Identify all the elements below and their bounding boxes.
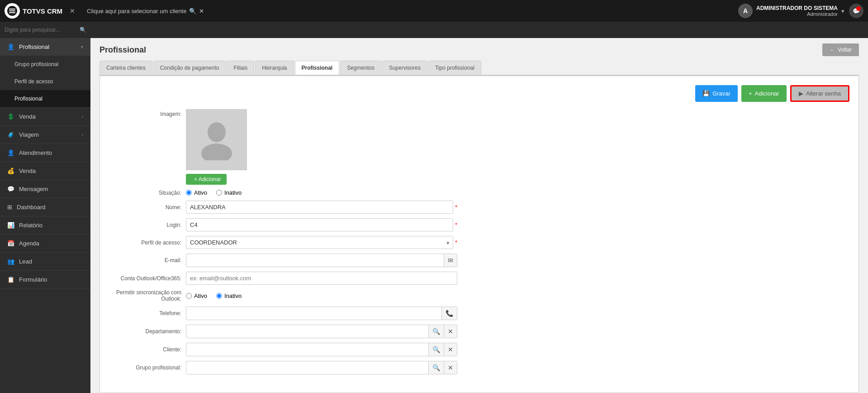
- search-bar: 🔍: [0, 22, 868, 38]
- search-wrap[interactable]: 🔍: [5, 27, 86, 33]
- departamento-field: 🔍 ✕: [186, 325, 457, 338]
- login-row: Login: *: [109, 218, 849, 231]
- client-selector[interactable]: Clique aqui para selecionar um cliente 🔍…: [87, 8, 204, 14]
- email-icon-btn[interactable]: ✉: [444, 254, 457, 267]
- sidebar-section-formulario: 📋 Formulário: [0, 271, 90, 289]
- sincronizacao-inativo-input[interactable]: [216, 293, 222, 299]
- grupo-profissional-clear-btn[interactable]: ✕: [444, 361, 457, 374]
- situacao-ativo-input[interactable]: [186, 190, 192, 196]
- departamento-search-btn[interactable]: 🔍: [428, 325, 444, 338]
- main-layout: 👤 Profissional ▾ Grupo profissional Perf…: [0, 38, 868, 393]
- sidebar-item-lead[interactable]: 👥 Lead: [0, 253, 90, 270]
- adicionar-label: Adicionar: [754, 90, 779, 97]
- sidebar-item-profissional-sub[interactable]: Profissional: [0, 90, 90, 107]
- gravar-button[interactable]: 💾 Gravar: [695, 85, 738, 102]
- user-name: ADMINISTRADOR DO SISTEMA: [756, 5, 838, 11]
- email-field: ✉: [186, 254, 457, 267]
- email-row: E-mail: ✉: [109, 254, 849, 267]
- search-input[interactable]: [5, 27, 77, 33]
- tab-tipo-profissional[interactable]: Tipo profissional: [428, 61, 481, 75]
- add-image-button[interactable]: + Adicionar: [186, 174, 227, 185]
- sidebar-item-label: Venda: [19, 113, 77, 120]
- svg-point-2: [201, 144, 232, 160]
- nome-input[interactable]: [186, 201, 453, 214]
- notification-icon[interactable]: 💬: [849, 4, 863, 18]
- sincronizacao-inativo-radio[interactable]: Inativo: [216, 292, 242, 299]
- content-area: Profissional ← Voltar Carteira clientes …: [90, 38, 868, 393]
- tab-condicao-label: Condição de pagamento: [160, 65, 219, 71]
- tab-filiais[interactable]: Filiais: [227, 61, 254, 75]
- conta-label: Conta Outlook/Office365:: [109, 275, 181, 282]
- sidebar-item-mensagem[interactable]: 💬 Mensagem: [0, 180, 90, 198]
- conta-row: Conta Outlook/Office365:: [109, 272, 849, 285]
- departamento-input[interactable]: [186, 326, 428, 338]
- cliente-row: Cliente: 🔍 ✕: [109, 343, 849, 356]
- close-tab-button[interactable]: ✕: [67, 6, 78, 15]
- user-menu[interactable]: A ADMINISTRADOR DO SISTEMA Administrador…: [738, 4, 844, 18]
- search-icon: 🔍: [80, 27, 86, 33]
- sidebar-item-perfil-acesso[interactable]: Perfil de acesso: [0, 73, 90, 90]
- play-icon: ▶: [799, 90, 803, 97]
- departamento-clear-btn[interactable]: ✕: [444, 325, 457, 338]
- telefone-field: 📞: [186, 307, 457, 320]
- situacao-inativo-radio[interactable]: Inativo: [216, 189, 242, 196]
- sidebar-section-dashboard: ⊞ Dashboard: [0, 198, 90, 216]
- situacao-inativo-label: Inativo: [224, 189, 242, 196]
- tab-supervisores[interactable]: Supervisores: [382, 61, 427, 75]
- login-input[interactable]: [186, 218, 453, 231]
- avatar: A: [738, 4, 753, 18]
- email-input[interactable]: [186, 254, 444, 267]
- sidebar-item-formulario[interactable]: 📋 Formulário: [0, 271, 90, 288]
- back-button[interactable]: ← Voltar: [822, 43, 859, 56]
- sidebar-item-venda[interactable]: 💲 Venda ›: [0, 108, 90, 125]
- tab-hierarquia[interactable]: Hierarquia: [255, 61, 294, 75]
- cliente-clear-btn[interactable]: ✕: [444, 343, 457, 356]
- sincronizacao-ativo-input[interactable]: [186, 293, 192, 299]
- chevron-right-icon: ›: [82, 132, 83, 137]
- sidebar-item-agenda[interactable]: 📅 Agenda: [0, 235, 90, 252]
- back-label: Voltar: [838, 47, 852, 53]
- cliente-search-btn[interactable]: 🔍: [428, 343, 444, 356]
- alterar-senha-button[interactable]: ▶ Alterar senha: [790, 85, 849, 102]
- conta-input[interactable]: [186, 272, 457, 285]
- login-field: *: [186, 218, 457, 231]
- sidebar-item-relatorio[interactable]: 📊 Relatório: [0, 216, 90, 234]
- sidebar-section-venda: 💲 Venda ›: [0, 108, 90, 126]
- cliente-input[interactable]: [186, 344, 428, 356]
- telefone-input[interactable]: [186, 307, 441, 320]
- chevron-down-icon: ▾: [841, 8, 844, 14]
- sidebar-item-profissional[interactable]: 👤 Profissional ▾: [0, 38, 90, 56]
- phone-icon-btn[interactable]: 📞: [441, 307, 457, 320]
- sincronizacao-row: Permitir sincronização com Outlook: Ativ…: [109, 289, 849, 302]
- tabs-row: Carteira clientes Condição de pagamento …: [90, 56, 868, 75]
- tab-carteira[interactable]: Carteira clientes: [100, 61, 152, 75]
- telefone-row: Telefone: 📞: [109, 307, 849, 320]
- chevron-right-icon: ›: [82, 114, 83, 119]
- sidebar-item-venda2[interactable]: 💰 Venda: [0, 162, 90, 180]
- sidebar-item-atendimento[interactable]: 👤 Atendimento: [0, 144, 90, 162]
- sincronizacao-ativo-radio[interactable]: Ativo: [186, 292, 207, 299]
- sidebar-item-viagem[interactable]: 🧳 Viagem ›: [0, 126, 90, 144]
- grupo-profissional-search-btn[interactable]: 🔍: [428, 361, 444, 374]
- situacao-ativo-label: Ativo: [194, 189, 207, 196]
- client-selector-text: Clique aqui para selecionar um cliente: [87, 8, 186, 14]
- chevron-down-icon: ▾: [81, 44, 83, 49]
- situacao-ativo-radio[interactable]: Ativo: [186, 189, 207, 196]
- sidebar-item-dashboard[interactable]: ⊞ Dashboard: [0, 198, 90, 216]
- tab-segmentos[interactable]: Segmentos: [340, 61, 381, 75]
- grupo-profissional-input[interactable]: [186, 362, 428, 374]
- situacao-radio-group: Ativo Inativo: [186, 189, 457, 196]
- adicionar-button[interactable]: + Adicionar: [741, 85, 787, 102]
- gravar-label: Gravar: [712, 90, 730, 97]
- document-icon: 📋: [7, 276, 14, 283]
- logo: TOTVS CRM: [5, 3, 62, 19]
- perfil-select[interactable]: COORDENADOR: [186, 236, 453, 249]
- tab-profissional[interactable]: Profissional: [295, 61, 340, 75]
- form-area: 💾 Gravar + Adicionar ▶ Alterar senha Ima…: [100, 75, 859, 393]
- situacao-inativo-input[interactable]: [216, 190, 222, 196]
- logo-icon: [5, 3, 20, 19]
- email-label: E-mail:: [109, 257, 181, 264]
- sidebar-item-grupo-profissional[interactable]: Grupo profissional: [0, 56, 90, 73]
- tab-condicao[interactable]: Condição de pagamento: [153, 61, 226, 75]
- close-icon[interactable]: ✕: [199, 8, 204, 14]
